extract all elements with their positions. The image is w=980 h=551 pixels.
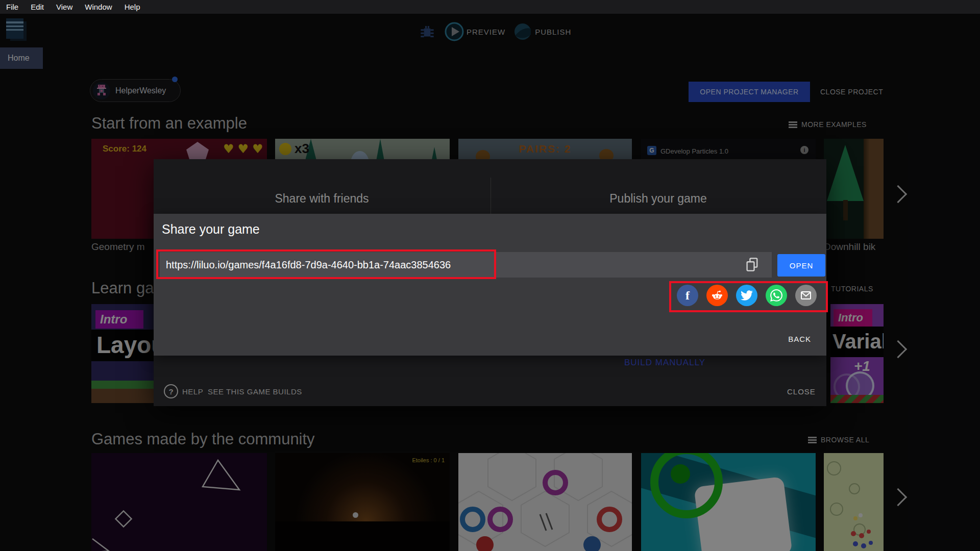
copy-icon <box>745 257 760 272</box>
share-card-title: Share your game <box>162 222 260 237</box>
menu-file[interactable]: File <box>6 3 18 11</box>
menu-window[interactable]: Window <box>85 3 112 11</box>
copy-button[interactable] <box>743 256 762 274</box>
open-game-button[interactable]: OPEN <box>777 254 825 277</box>
app-window: File Edit View Window Help P <box>0 0 980 551</box>
highlight-box-social <box>669 281 828 312</box>
back-button[interactable]: BACK <box>788 335 811 343</box>
menu-edit[interactable]: Edit <box>31 3 44 11</box>
menu-bar: File Edit View Window Help <box>0 0 980 14</box>
menu-help[interactable]: Help <box>125 3 140 11</box>
menu-view[interactable]: View <box>56 3 72 11</box>
highlight-box-url <box>156 249 496 279</box>
